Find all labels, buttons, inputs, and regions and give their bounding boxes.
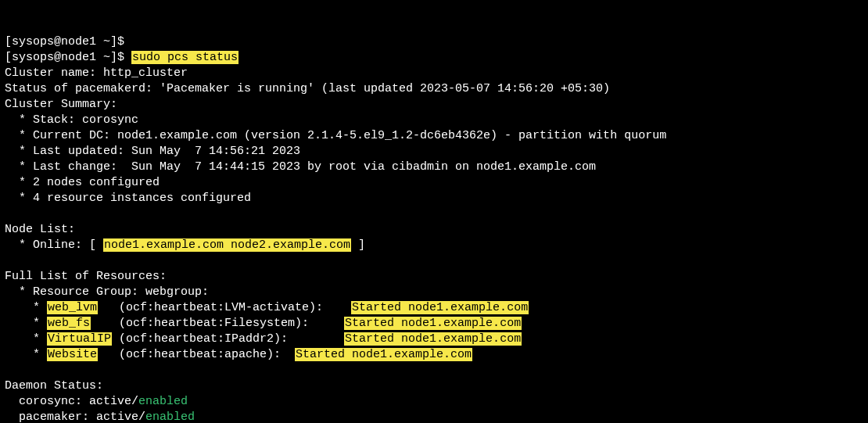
stack-line: * Stack: corosync <box>5 113 138 127</box>
res2-mid: (ocf:heartbeat:Filesystem): <box>91 317 344 330</box>
res4-name: Website <box>47 348 98 361</box>
daemon-status-header: Daemon Status: <box>5 379 103 393</box>
cluster-name-line: Cluster name: http_cluster <box>5 66 188 80</box>
daemon-corosync-pre: corosync: active/ <box>5 395 138 408</box>
command-entered: sudo pcs status <box>131 51 239 64</box>
res3-name: VirtualIP <box>47 332 112 346</box>
res4-status: Started node1.example.com <box>295 348 472 361</box>
online-nodes: node1.example.com node2.example.com <box>103 238 351 252</box>
res4-mid: (ocf:heartbeat:apache): <box>98 348 295 361</box>
res2-pre: * <box>5 317 47 330</box>
cluster-summary-header: Cluster Summary: <box>5 98 117 111</box>
prompt-line-2: [sysops@node1 ~]$ <box>5 51 131 64</box>
last-change-line: * Last change: Sun May 7 14:44:15 2023 b… <box>5 160 596 174</box>
current-dc-line: * Current DC: node1.example.com (version… <box>5 129 666 142</box>
daemon-pacemaker-pre: pacemaker: active/ <box>5 410 145 423</box>
online-prefix: * Online: [ <box>5 238 103 252</box>
res2-status: Started node1.example.com <box>344 317 522 330</box>
online-suffix: ] <box>351 238 365 252</box>
res3-pre: * <box>5 332 47 346</box>
node-list-header: Node List: <box>5 223 75 236</box>
resources-header: Full List of Resources: <box>5 270 167 283</box>
res3-status: Started node1.example.com <box>344 332 522 346</box>
res3-mid: (ocf:heartbeat:IPaddr2): <box>112 332 344 346</box>
resource-group-line: * Resource Group: webgroup: <box>5 285 209 299</box>
resources-configured-line: * 4 resource instances configured <box>5 192 251 205</box>
last-updated-line: * Last updated: Sun May 7 14:56:21 2023 <box>5 145 300 158</box>
res4-pre: * <box>5 348 47 361</box>
daemon-pacemaker-status: enabled <box>145 410 195 423</box>
pacemaker-status-line: Status of pacemakerd: 'Pacemaker is runn… <box>5 82 610 95</box>
res1-status: Started node1.example.com <box>351 301 529 314</box>
daemon-corosync-status: enabled <box>138 395 188 408</box>
res1-name: web_lvm <box>47 301 98 314</box>
res2-name: web_fs <box>47 317 91 330</box>
prompt-line-1: [sysops@node1 ~]$ <box>5 35 124 48</box>
res1-mid: (ocf:heartbeat:LVM-activate): <box>98 301 351 314</box>
nodes-configured-line: * 2 nodes configured <box>5 176 160 189</box>
res1-pre: * <box>5 301 47 314</box>
